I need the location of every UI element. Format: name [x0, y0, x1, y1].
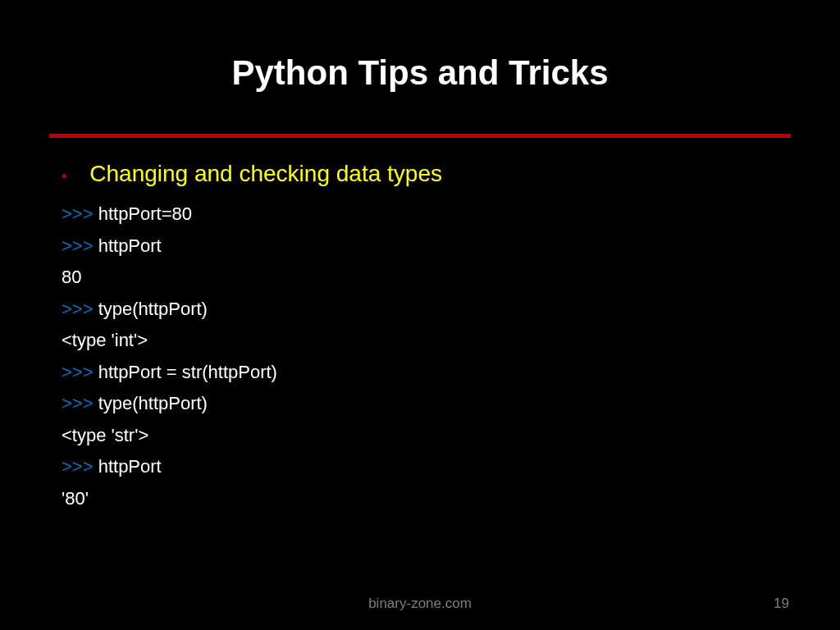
content-area: • Changing and checking data types >>> h… — [49, 161, 791, 514]
code-text: type(httpPort) — [98, 299, 208, 319]
code-text: type(httpPort) — [98, 393, 208, 413]
footer-site: binary-zone.com — [368, 596, 472, 612]
bullet-icon: • — [62, 169, 66, 184]
code-line: >>> httpPort — [62, 451, 791, 483]
code-line: >>> httpPort — [62, 231, 791, 262]
topic-line: • Changing and checking data types — [62, 161, 791, 187]
slide: Python Tips and Tricks • Changing and ch… — [0, 0, 840, 630]
code-text: httpPort=80 — [98, 203, 192, 224]
output-line: '80' — [62, 483, 791, 515]
code-text: httpPort — [98, 235, 162, 256]
code-line: >>> type(httpPort) — [62, 294, 791, 326]
output-line: 80 — [62, 262, 791, 294]
topic-text: Changing and checking data types — [89, 161, 442, 187]
output-line: <type 'str'> — [62, 420, 791, 452]
prompt: >>> — [62, 456, 94, 477]
prompt: >>> — [62, 203, 94, 224]
prompt: >>> — [62, 235, 94, 256]
slide-title: Python Tips and Tricks — [49, 53, 791, 93]
prompt: >>> — [62, 393, 94, 413]
code-line: >>> httpPort=80 — [62, 199, 791, 231]
code-line: >>> type(httpPort) — [62, 388, 791, 420]
prompt: >>> — [62, 299, 94, 319]
page-number: 19 — [774, 596, 789, 612]
code-text: httpPort — [98, 456, 162, 477]
prompt: >>> — [62, 362, 94, 382]
code-text: httpPort = str(httpPort) — [98, 362, 277, 382]
footer: binary-zone.com 19 — [0, 596, 840, 612]
divider — [49, 134, 791, 138]
output-line: <type 'int'> — [62, 325, 791, 357]
code-line: >>> httpPort = str(httpPort) — [62, 357, 791, 389]
